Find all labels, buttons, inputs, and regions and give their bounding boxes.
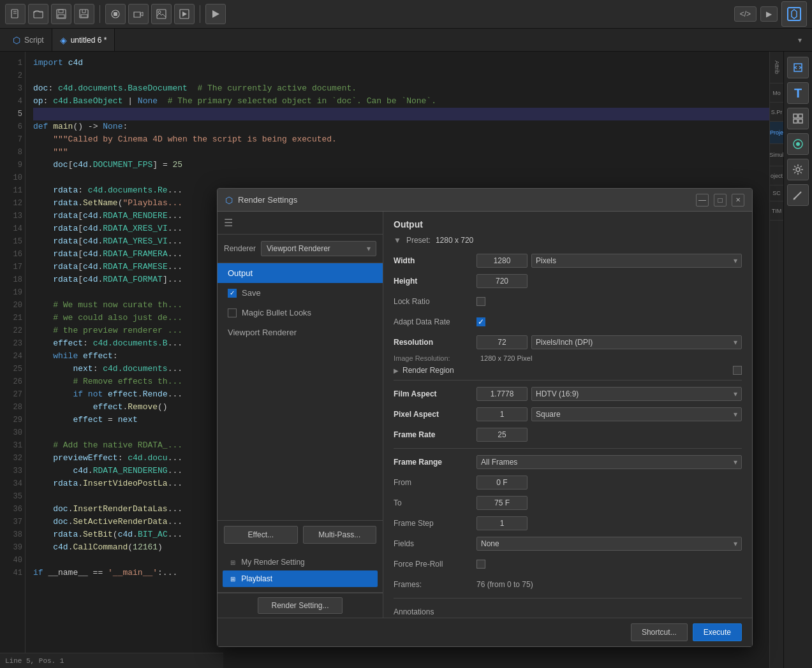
image-res-value: 1280 x 720 Pixel xyxy=(480,354,532,362)
sidebar-green-icon[interactable] xyxy=(787,133,809,155)
render-list-item-my[interactable]: ⊞ My Render Setting xyxy=(223,554,378,570)
menu-item-output[interactable]: Output xyxy=(218,263,383,283)
to-input[interactable] xyxy=(476,496,528,510)
saveas-button[interactable] xyxy=(74,4,94,24)
film-aspect-select-value: HDTV (16:9) xyxy=(536,389,579,398)
panel-tab-attrib[interactable]: Attrib xyxy=(770,52,783,84)
width-unit-select[interactable]: Pixels ▾ xyxy=(531,254,742,268)
image-button[interactable] xyxy=(151,4,172,24)
dialog-minimize-button[interactable]: — xyxy=(696,194,709,207)
open-button[interactable] xyxy=(28,4,48,24)
panel-tab-tim[interactable]: TIM xyxy=(770,201,783,221)
right-sidebar: T xyxy=(783,52,812,668)
panel-tab-proje[interactable]: Proje xyxy=(770,122,783,144)
render-button[interactable] xyxy=(174,4,195,24)
frame-rate-input[interactable] xyxy=(476,428,528,442)
render-region-row[interactable]: ▶ Render Region xyxy=(394,366,742,375)
effect-button[interactable]: Effect... xyxy=(224,526,298,544)
camera-button[interactable] xyxy=(128,4,149,24)
panel-tab-mo[interactable]: Mo xyxy=(770,84,783,103)
save-button[interactable] xyxy=(51,4,71,24)
frame-step-input[interactable] xyxy=(476,516,528,530)
lock-ratio-checkbox[interactable] xyxy=(476,297,485,306)
panel-tab-spr[interactable]: S.Pr xyxy=(770,103,783,122)
resolution-input[interactable] xyxy=(476,335,528,349)
sidebar-brush-icon[interactable] xyxy=(787,184,809,206)
menu-item-label: Save xyxy=(242,288,261,298)
resolution-unit-value: Pixels/Inch (DPI) xyxy=(536,338,593,347)
record-button[interactable] xyxy=(105,4,126,24)
force-preroll-checkbox[interactable] xyxy=(476,560,485,569)
preset-value: 1280 x 720 xyxy=(436,236,473,245)
sidebar-object-icon[interactable] xyxy=(787,108,809,129)
svg-point-24 xyxy=(794,198,795,200)
dialog-close-button[interactable]: ✕ xyxy=(732,194,744,207)
menu-item-label: Output xyxy=(228,268,253,278)
adapt-data-rate-checkbox[interactable]: ✓ xyxy=(476,317,485,326)
pixel-aspect-input[interactable] xyxy=(476,407,528,421)
shortcut-button[interactable]: Shortcut... xyxy=(631,623,688,641)
resolution-unit-arrow: ▾ xyxy=(734,338,737,347)
frame-range-select[interactable]: All Frames ▾ xyxy=(476,455,742,469)
code-line: def main() -> None: xyxy=(33,120,776,133)
play-button[interactable] xyxy=(205,4,226,24)
untitled6-tab[interactable]: ◈ untitled 6 * xyxy=(52,29,115,51)
toolbar-right: </> ▶ xyxy=(734,1,807,27)
height-input[interactable] xyxy=(476,274,528,288)
film-aspect-select[interactable]: HDTV (16:9) ▾ xyxy=(531,387,742,401)
image-res-row: Image Resolution: 1280 x 720 Pixel xyxy=(394,354,742,362)
from-input[interactable] xyxy=(476,476,528,490)
preset-dropdown-arrow[interactable]: ▼ xyxy=(394,236,401,245)
resolution-unit-select[interactable]: Pixels/Inch (DPI) ▾ xyxy=(531,335,742,349)
sidebar-text-icon[interactable]: T xyxy=(787,82,809,104)
menu-item-save[interactable]: ✓ Save xyxy=(218,283,383,303)
fields-select[interactable]: None ▾ xyxy=(476,537,742,551)
lock-ratio-label: Lock Ratio xyxy=(394,297,476,306)
renderer-select[interactable]: Viewport Renderer ▾ xyxy=(261,241,376,256)
run-button[interactable]: ▶ xyxy=(760,6,778,22)
renderer-value: Viewport Renderer xyxy=(267,244,330,253)
dialog-title: Render Settings xyxy=(238,195,696,205)
width-label: Width xyxy=(394,256,476,265)
frame-range-arrow: ▾ xyxy=(734,458,737,467)
frame-range-value: All Frames xyxy=(481,458,517,467)
width-unit-arrow: ▾ xyxy=(734,256,737,265)
dialog-controls: — □ ✕ xyxy=(696,194,744,207)
dialog-menu-icon-bar: ☰ xyxy=(218,212,383,235)
renderer-dropdown-arrow: ▾ xyxy=(367,244,371,253)
panel-tab-simul[interactable]: Simul xyxy=(770,144,783,166)
tab-dropdown[interactable]: ▾ xyxy=(793,36,807,45)
from-label: From xyxy=(394,478,476,487)
new-button[interactable] xyxy=(5,4,26,24)
toolbar-separator xyxy=(100,5,100,23)
sidebar-script-icon[interactable] xyxy=(787,57,809,78)
fields-row: Fields None ▾ xyxy=(394,535,742,552)
multipass-button[interactable]: Multi-Pass... xyxy=(303,526,377,544)
render-list-section: ⊞ My Render Setting ⊞ Playblast xyxy=(218,549,383,593)
sidebar-gear-icon[interactable] xyxy=(787,159,809,180)
renderer-section: Renderer Viewport Renderer ▾ xyxy=(218,235,383,263)
pixel-aspect-select[interactable]: Square ▾ xyxy=(531,407,742,421)
menu-item-viewport-renderer[interactable]: Viewport Renderer xyxy=(218,323,383,342)
dialog-right-panel: Output ▼ Preset: 1280 x 720 Width Pixels… xyxy=(383,212,752,618)
panel-tab-oject[interactable]: oject xyxy=(770,166,783,185)
dialog-body: ☰ Renderer Viewport Renderer ▾ Output ✓ … xyxy=(218,212,752,618)
film-aspect-input[interactable] xyxy=(476,387,528,401)
pixel-aspect-arrow: ▾ xyxy=(734,410,737,419)
render-region-checkbox[interactable] xyxy=(733,366,742,375)
code-toggle-button[interactable]: </> xyxy=(734,6,757,22)
execute-button[interactable]: Execute xyxy=(693,623,742,641)
svg-rect-5 xyxy=(59,10,63,13)
to-row: To xyxy=(394,495,742,511)
render-setting-button[interactable]: Render Setting... xyxy=(258,597,342,614)
frame-range-row: Frame Range All Frames ▾ xyxy=(394,454,742,470)
menu-item-magic-bullet[interactable]: Magic Bullet Looks xyxy=(218,303,383,323)
section-divider1 xyxy=(394,380,742,381)
svg-marker-14 xyxy=(182,11,187,17)
dialog-maximize-button[interactable]: □ xyxy=(714,194,727,207)
width-input[interactable] xyxy=(476,254,528,268)
panel-tab-sc[interactable]: SC xyxy=(770,185,783,201)
hamburger-icon[interactable]: ☰ xyxy=(224,217,233,229)
script-tab[interactable]: ⬡ Script xyxy=(5,29,52,51)
render-list-item-playblast[interactable]: ⊞ Playblast xyxy=(223,570,378,587)
